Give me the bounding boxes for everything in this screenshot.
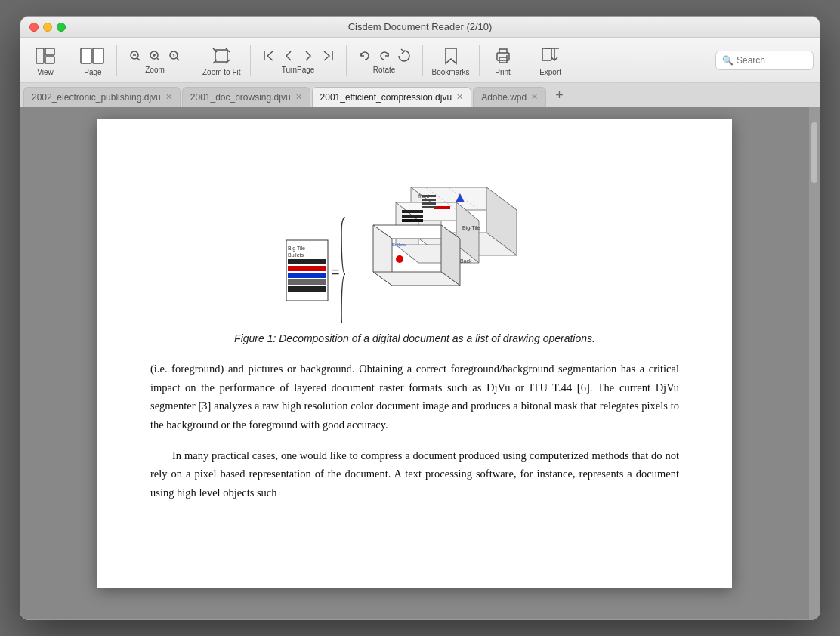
svg-rect-32	[288, 266, 326, 271]
view-label: View	[37, 68, 54, 76]
svg-rect-61	[422, 195, 436, 197]
add-tab-button[interactable]: +	[549, 87, 570, 103]
svg-rect-54	[434, 206, 450, 209]
svg-text:=: =	[332, 264, 340, 279]
tab-close-icon[interactable]: ✕	[531, 93, 538, 101]
maximize-button[interactable]	[57, 23, 66, 32]
last-page-icon[interactable]	[319, 47, 337, 65]
zoom-label: Zoom	[145, 66, 165, 74]
app-window: Cisdem Document Reader (2/10) View	[20, 16, 820, 620]
search-icon: 🔍	[722, 55, 733, 66]
tab-2001-efficient-compression[interactable]: 2001_efficient_compression.djvu ✕	[312, 87, 472, 107]
rotate-cw-icon[interactable]	[375, 47, 394, 65]
svg-text:Big Tile: Big Tile	[288, 245, 305, 252]
figure-container: Big Tile Bullets =	[150, 157, 679, 344]
svg-rect-25	[542, 48, 551, 60]
svg-rect-4	[93, 48, 103, 63]
page-label: Page	[84, 68, 101, 76]
svg-rect-62	[422, 199, 436, 201]
svg-rect-63	[422, 202, 436, 205]
first-page-icon[interactable]	[260, 47, 278, 65]
svg-text:Big-Tile: Big-Tile	[462, 225, 480, 231]
tab-adobe-wpd[interactable]: Adobe.wpd ✕	[473, 87, 546, 107]
svg-rect-64	[422, 206, 436, 208]
sep5	[346, 45, 347, 76]
svg-rect-3	[81, 48, 91, 63]
scrollbar-thumb[interactable]	[811, 122, 817, 183]
tab-label: Adobe.wpd	[481, 92, 527, 103]
zoom-out-icon[interactable]	[126, 47, 144, 65]
search-input[interactable]	[737, 55, 807, 66]
svg-rect-2	[45, 57, 54, 63]
svg-rect-53	[402, 219, 423, 222]
traffic-lights	[29, 23, 66, 32]
svg-text:Bullets: Bullets	[392, 242, 406, 247]
sep4	[250, 45, 251, 76]
tab-2002-electronic[interactable]: 2002_electronic_publishing.djvu ✕	[23, 87, 181, 107]
print-label: Print	[495, 68, 511, 76]
toolbar: View Page	[20, 38, 820, 83]
svg-rect-52	[402, 215, 423, 218]
export-label: Export	[539, 68, 561, 76]
toolbar-bookmarks[interactable]: Bookmarks	[428, 42, 474, 79]
sep8	[527, 45, 527, 76]
page-container[interactable]: Big Tile Bullets =	[20, 107, 809, 619]
svg-text:1:1: 1:1	[172, 54, 179, 58]
titlebar: Cisdem Document Reader (2/10)	[20, 17, 820, 38]
window-title: Cisdem Document Reader (2/10)	[348, 21, 493, 32]
svg-text:Back: Back	[460, 258, 472, 264]
tab-2001-doc-browsing[interactable]: 2001_doc_browsing.djvu ✕	[182, 87, 310, 107]
bookmarks-icon	[443, 45, 459, 67]
export-icon	[541, 45, 561, 67]
svg-point-24	[506, 55, 508, 57]
toolbar-rotate: Rotate	[351, 44, 418, 77]
zoom-in-icon[interactable]	[146, 47, 164, 65]
toolbar-zoom: 1:1 Zoom	[122, 44, 188, 77]
scrollbar-track[interactable]	[809, 107, 820, 619]
sep6	[422, 45, 423, 76]
toolbar-page[interactable]: Page	[74, 42, 112, 79]
svg-rect-33	[288, 273, 326, 278]
tab-label: 2001_doc_browsing.djvu	[190, 92, 291, 103]
close-button[interactable]	[29, 23, 39, 32]
svg-point-49	[396, 255, 403, 263]
tab-label: 2002_electronic_publishing.djvu	[32, 92, 161, 103]
next-page-icon[interactable]	[299, 47, 317, 65]
bookmarks-label: Bookmarks	[432, 68, 470, 76]
svg-text:Bullets: Bullets	[288, 252, 304, 258]
rotate-label: Rotate	[373, 66, 395, 74]
sep3	[193, 45, 193, 76]
svg-rect-35	[288, 286, 326, 292]
svg-line-7	[137, 58, 140, 60]
svg-line-14	[177, 58, 179, 60]
turnpage-icons-row	[260, 47, 337, 65]
minimize-button[interactable]	[43, 23, 52, 32]
svg-rect-34	[288, 279, 326, 285]
zoom-to-fit-label: Zoom to Fit	[202, 68, 241, 76]
figure-caption: Figure 1: Decomposition of a digital doc…	[234, 332, 595, 344]
svg-rect-0	[36, 48, 44, 63]
toolbar-print[interactable]: Print	[484, 42, 522, 79]
rotate-extra-icon[interactable]	[395, 47, 413, 65]
toolbar-zoom-to-fit[interactable]: Zoom to Fit	[198, 42, 246, 79]
tab-close-icon[interactable]: ✕	[295, 93, 302, 101]
figure-diagram: Big Tile Bullets =	[279, 157, 551, 323]
tab-close-icon[interactable]: ✕	[456, 93, 463, 101]
toolbar-export[interactable]: Export	[532, 42, 570, 79]
tab-close-icon[interactable]: ✕	[165, 93, 172, 101]
zoom-actual-icon[interactable]: 1:1	[165, 47, 184, 65]
prev-page-icon[interactable]	[279, 47, 298, 65]
zoom-icons-row: 1:1	[126, 47, 184, 65]
content-area: Big Tile Bullets =	[20, 107, 820, 619]
turnpage-label: TurnPage	[282, 66, 315, 74]
toolbar-view[interactable]: View	[26, 42, 64, 79]
tab-label: 2001_efficient_compression.djvu	[320, 92, 452, 103]
tabs-bar: 2002_electronic_publishing.djvu ✕ 2001_d…	[20, 83, 820, 107]
search-bar[interactable]: 🔍	[715, 51, 814, 70]
rotate-icons-row	[356, 47, 413, 65]
rotate-ccw-icon[interactable]	[356, 47, 374, 65]
print-icon	[494, 45, 512, 67]
zoom-to-fit-icon	[212, 45, 230, 67]
svg-rect-1	[45, 48, 54, 55]
svg-rect-31	[288, 259, 326, 264]
